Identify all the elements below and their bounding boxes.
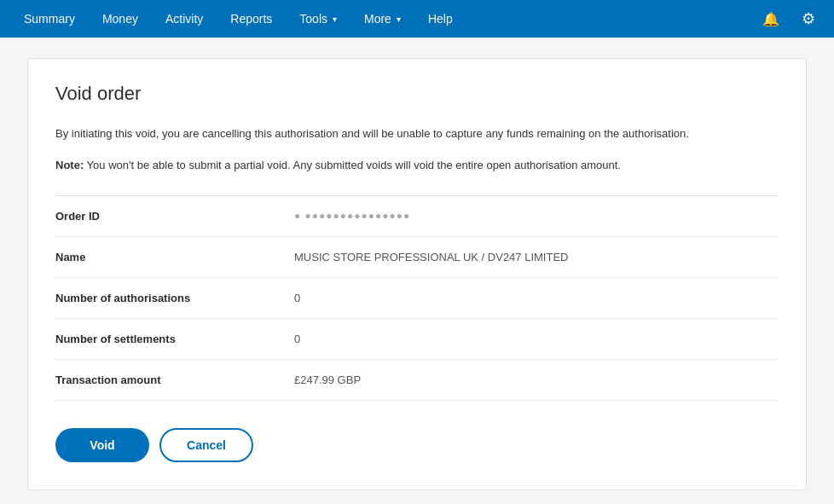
nav-label-tools: Tools bbox=[299, 12, 327, 26]
nav-label-more: More bbox=[364, 12, 391, 26]
transaction-amount-row: Transaction amount £247.99 GBP bbox=[55, 360, 779, 401]
order-id-value: ● ●●●●●●●●●●●●●●● bbox=[294, 210, 410, 222]
name-label: Name bbox=[55, 251, 294, 264]
note-text: Note: You won't be able to submit a part… bbox=[55, 157, 779, 175]
page-title: Void order bbox=[55, 83, 779, 105]
note-body: You won't be able to submit a partial vo… bbox=[87, 159, 621, 171]
nav-label-help: Help bbox=[428, 12, 453, 26]
void-button[interactable]: Void bbox=[55, 428, 149, 462]
num-settlements-row: Number of settlements 0 bbox=[55, 319, 779, 360]
order-id-label: Order ID bbox=[55, 210, 294, 223]
nav-item-reports[interactable]: Reports bbox=[217, 0, 286, 38]
nav-item-more[interactable]: More ▾ bbox=[350, 0, 414, 38]
main-content: Void order By initiating this void, you … bbox=[0, 38, 834, 504]
nav-items: Summary Money Activity Reports Tools ▾ M… bbox=[10, 0, 756, 38]
nav-item-activity[interactable]: Activity bbox=[152, 0, 217, 38]
more-chevron-icon: ▾ bbox=[397, 14, 401, 24]
name-value: MUSIC STORE PROFESSIONAL UK / DV247 LIMI… bbox=[294, 251, 568, 264]
button-row: Void Cancel bbox=[55, 428, 779, 462]
bell-icon bbox=[762, 10, 779, 28]
nav-item-money[interactable]: Money bbox=[89, 0, 152, 38]
description-text: By initiating this void, you are cancell… bbox=[55, 125, 779, 143]
navbar: Summary Money Activity Reports Tools ▾ M… bbox=[0, 0, 834, 38]
nav-label-money: Money bbox=[102, 12, 138, 26]
notifications-button[interactable] bbox=[756, 3, 786, 34]
num-settlements-label: Number of settlements bbox=[55, 333, 294, 345]
settings-button[interactable] bbox=[793, 3, 824, 34]
num-settlements-value: 0 bbox=[294, 333, 300, 345]
num-authorisations-label: Number of authorisations bbox=[55, 292, 294, 304]
transaction-amount-value: £247.99 GBP bbox=[294, 374, 361, 386]
note-label: Note: bbox=[55, 159, 84, 171]
nav-label-activity: Activity bbox=[165, 12, 203, 26]
nav-item-tools[interactable]: Tools ▾ bbox=[286, 0, 350, 38]
gear-icon bbox=[802, 9, 815, 28]
nav-right bbox=[756, 3, 824, 34]
tools-chevron-icon: ▾ bbox=[333, 14, 337, 24]
transaction-amount-label: Transaction amount bbox=[55, 374, 294, 386]
num-authorisations-row: Number of authorisations 0 bbox=[55, 278, 779, 319]
cancel-button[interactable]: Cancel bbox=[159, 428, 253, 462]
nav-label-reports: Reports bbox=[230, 12, 272, 26]
num-authorisations-value: 0 bbox=[294, 292, 300, 304]
void-order-card: Void order By initiating this void, you … bbox=[27, 58, 807, 490]
nav-item-help[interactable]: Help bbox=[414, 0, 466, 38]
nav-item-summary[interactable]: Summary bbox=[10, 0, 89, 38]
name-row: Name MUSIC STORE PROFESSIONAL UK / DV247… bbox=[55, 237, 779, 278]
nav-label-summary: Summary bbox=[24, 12, 75, 26]
order-id-row: Order ID ● ●●●●●●●●●●●●●●● bbox=[55, 196, 779, 237]
